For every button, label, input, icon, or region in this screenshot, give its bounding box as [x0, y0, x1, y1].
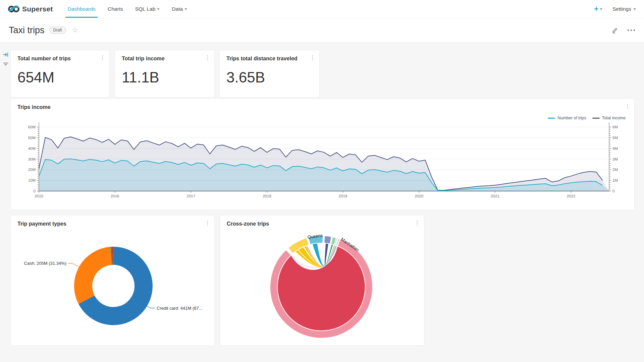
- kebab-menu-icon[interactable]: ⋮: [310, 55, 315, 61]
- svg-text:2021: 2021: [491, 194, 499, 198]
- kpi-title: Trips total distance traveled: [226, 56, 298, 62]
- svg-text:1M: 1M: [612, 178, 618, 182]
- svg-text:0: 0: [34, 189, 36, 193]
- star-icon[interactable]: ☆: [72, 26, 78, 34]
- svg-text:2018: 2018: [263, 194, 271, 198]
- chevron-down-icon: [184, 8, 187, 10]
- svg-text:4M: 4M: [612, 146, 618, 150]
- kpi-value: 654M: [17, 69, 54, 86]
- chord-arc-slate: [325, 239, 330, 240]
- chord-arc-sliver3: [338, 242, 338, 243]
- svg-text:50M: 50M: [28, 136, 36, 140]
- svg-text:10M: 10M: [28, 178, 36, 182]
- svg-text:2M: 2M: [612, 168, 618, 172]
- dashboard-header: Taxi trips Draft ☆: [0, 18, 644, 43]
- svg-text:5M: 5M: [612, 136, 618, 140]
- page-title: Taxi trips: [9, 25, 45, 36]
- svg-text:2015: 2015: [35, 194, 43, 198]
- kpi-title: Total trip income: [122, 56, 165, 62]
- dashboard-content: Total number of trips ⋮ 654M Total trip …: [0, 43, 644, 362]
- svg-text:2019: 2019: [339, 194, 347, 198]
- kpi-card-distance: Trips total distance traveled ⋮ 3.65B: [219, 50, 320, 98]
- nav-tabs: Dashboards Charts SQL Lab Data: [61, 0, 193, 18]
- ellipsis-icon: [627, 29, 635, 31]
- svg-text:2016: 2016: [111, 194, 119, 198]
- svg-text:3M: 3M: [612, 157, 618, 161]
- kpi-card-total-trips: Total number of trips ⋮ 654M: [10, 50, 110, 98]
- expand-filter-bar-icon[interactable]: [3, 52, 9, 59]
- nav-tab-sql-lab[interactable]: SQL Lab: [129, 0, 166, 18]
- superset-logo-icon[interactable]: [8, 5, 19, 13]
- plus-icon: +: [594, 5, 598, 13]
- kpi-title: Total number of trips: [17, 56, 71, 62]
- cross-zone-chart-card: Cross-zone trips ⋮ ManhattanQueens: [220, 215, 424, 346]
- svg-text:0: 0: [612, 189, 614, 193]
- payment-types-chart-card: Trip payment types ⋮ Cash: 205M (31.34%)…: [10, 215, 215, 346]
- chord-arc-yellow: [291, 241, 308, 250]
- edit-dashboard-button[interactable]: [611, 26, 619, 34]
- svg-text:2022: 2022: [567, 194, 576, 198]
- svg-text:60M: 60M: [28, 125, 36, 129]
- payment-types-donut-chart[interactable]: Cash: 205M (31.34%)Credit card: 441M (67…: [11, 216, 215, 346]
- chord-arc-sliver1: [335, 241, 336, 242]
- donut-label-credit: Credit card: 441M (67...: [157, 306, 203, 311]
- pencil-icon: [611, 26, 619, 34]
- kebab-menu-icon[interactable]: ⋮: [205, 55, 210, 61]
- donut-label-cash: Cash: 205M (31.34%): [24, 261, 66, 266]
- svg-text:2020: 2020: [415, 194, 424, 198]
- collapse-filter-bar-icon[interactable]: [3, 62, 9, 68]
- nav-tab-dashboards[interactable]: Dashboards: [61, 0, 102, 18]
- svg-text:40M: 40M: [28, 146, 36, 150]
- kebab-menu-icon[interactable]: ⋮: [100, 55, 105, 61]
- nav-tab-charts[interactable]: Charts: [102, 0, 129, 18]
- donut-slice: [74, 247, 112, 304]
- svg-text:30M: 30M: [28, 157, 36, 161]
- cross-zone-chord-chart[interactable]: ManhattanQueens: [220, 216, 425, 346]
- nav-tab-data[interactable]: Data: [166, 0, 193, 18]
- chevron-down-icon: [600, 8, 602, 10]
- chord-arc-Queens: [309, 239, 322, 241]
- chevron-down-icon: [633, 8, 636, 10]
- chord-body-manhattan: [278, 246, 365, 330]
- more-options-button[interactable]: [627, 29, 635, 31]
- trips-income-chart-card: Trips income ⋮ Number of tripsTotal inco…: [10, 99, 635, 210]
- status-badge: Draft: [49, 26, 66, 34]
- svg-text:2017: 2017: [187, 194, 196, 198]
- svg-text:20M: 20M: [28, 168, 36, 172]
- chevron-down-icon: [157, 8, 160, 10]
- kpi-value: 3.65B: [226, 69, 265, 86]
- settings-menu-button[interactable]: Settings: [612, 6, 636, 12]
- trips-income-line-chart[interactable]: 0010M1M20M2M30M3M40M4M50M5M60M6M20152016…: [11, 99, 635, 210]
- svg-text:6M: 6M: [612, 125, 618, 129]
- navbar: Superset Dashboards Charts SQL Lab Data …: [0, 0, 644, 18]
- new-item-button[interactable]: +: [594, 5, 602, 13]
- kpi-value: 11.1B: [122, 69, 159, 86]
- kpi-card-trip-income: Total trip income ⋮ 11.1B: [115, 50, 215, 98]
- brand-name[interactable]: Superset: [22, 5, 53, 13]
- chord-arc-green: [332, 241, 335, 241]
